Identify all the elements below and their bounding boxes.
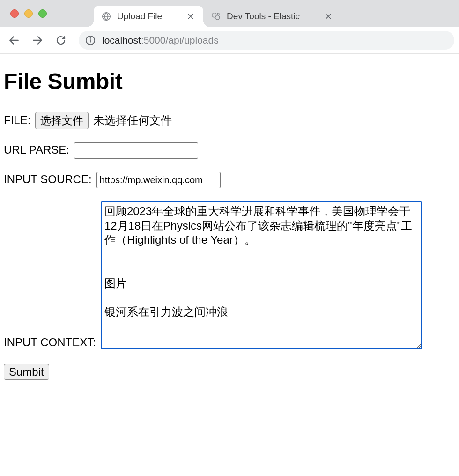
url-parse-input[interactable] xyxy=(74,142,198,159)
input-source-label: INPUT SOURCE: xyxy=(4,173,92,186)
submit-button[interactable]: Sumbit xyxy=(4,364,49,380)
url-parse-label: URL PARSE: xyxy=(4,143,69,156)
input-context-row: INPUT CONTEXT: xyxy=(4,201,455,349)
page-content: File Sumbit FILE: 选择文件 未选择任何文件 URL PARSE… xyxy=(0,54,459,386)
file-label: FILE: xyxy=(4,114,30,127)
tab-strip: Upload File Dev Tools - Elastic xyxy=(94,0,459,27)
url-parse-row: URL PARSE: xyxy=(4,142,455,159)
svg-point-6 xyxy=(90,37,91,38)
window-controls xyxy=(10,9,47,18)
choose-file-button[interactable]: 选择文件 xyxy=(35,112,89,129)
tab-title: Dev Tools - Elastic xyxy=(227,11,300,22)
url-host: localhost xyxy=(102,35,141,45)
page-title: File Sumbit xyxy=(4,68,455,94)
window-maximize-button[interactable] xyxy=(38,9,47,18)
titlebar: Upload File Dev Tools - Elastic xyxy=(0,0,459,27)
site-info-icon[interactable] xyxy=(85,35,96,45)
tab-separator xyxy=(343,5,343,17)
input-context-textarea[interactable] xyxy=(101,201,422,349)
tab-dev-tools[interactable]: Dev Tools - Elastic xyxy=(203,6,341,27)
tab-title: Upload File xyxy=(117,11,162,22)
svg-point-2 xyxy=(215,15,220,19)
file-row: FILE: 选择文件 未选择任何文件 xyxy=(4,112,455,129)
svg-point-3 xyxy=(217,13,219,15)
address-bar[interactable]: localhost:5000/api/uploads xyxy=(79,31,454,50)
input-source-input[interactable] xyxy=(96,172,221,188)
window-close-button[interactable] xyxy=(10,9,19,18)
toolbar: localhost:5000/api/uploads xyxy=(0,27,459,54)
forward-button[interactable] xyxy=(28,31,47,50)
file-status: 未选择任何文件 xyxy=(93,113,172,128)
url-text: localhost:5000/api/uploads xyxy=(102,35,219,46)
browser-chrome: Upload File Dev Tools - Elastic xyxy=(0,0,459,54)
tab-close-icon[interactable] xyxy=(186,12,195,21)
tab-upload-file[interactable]: Upload File xyxy=(94,6,203,27)
input-source-row: INPUT SOURCE: xyxy=(4,172,455,188)
globe-icon xyxy=(101,11,111,22)
input-context-label: INPUT CONTEXT: xyxy=(4,336,96,349)
window-minimize-button[interactable] xyxy=(24,9,33,18)
back-button[interactable] xyxy=(5,31,23,50)
reload-button[interactable] xyxy=(52,31,70,50)
url-path: :5000/api/uploads xyxy=(141,35,219,45)
elastic-icon xyxy=(211,11,221,22)
tab-close-icon[interactable] xyxy=(324,12,333,21)
